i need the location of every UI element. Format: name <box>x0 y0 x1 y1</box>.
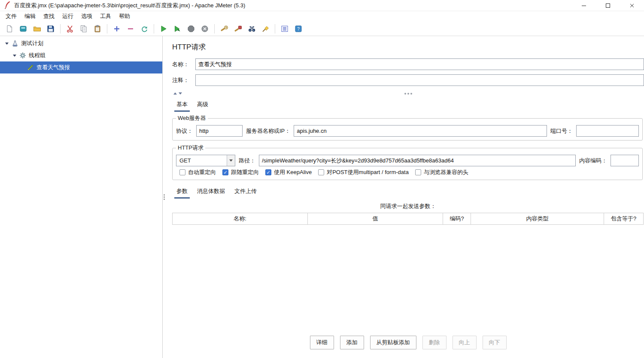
help-icon: ? <box>295 25 302 33</box>
minimize-button[interactable] <box>572 0 596 11</box>
column-header-value: 值 <box>308 213 443 225</box>
detail-button[interactable]: 详细 <box>310 336 334 349</box>
checkbox-box-icon <box>415 169 421 175</box>
comment-input[interactable] <box>195 74 644 86</box>
chevron-down-icon[interactable] <box>227 155 235 166</box>
menu-edit[interactable]: 编辑 <box>21 11 39 21</box>
tab-basic[interactable]: 基本 <box>172 98 192 112</box>
path-input[interactable] <box>259 155 576 166</box>
tree-node-http-sampler[interactable]: 查看天气预报 <box>0 61 162 73</box>
toggle-icon <box>140 25 148 33</box>
maximize-icon <box>605 3 611 8</box>
start-no-pauses-button[interactable] <box>170 23 184 35</box>
expand-all-icon <box>113 25 120 32</box>
cut-button[interactable] <box>63 23 77 35</box>
tab-parameters[interactable]: 参数 <box>172 184 192 199</box>
help-button[interactable]: ? <box>292 23 305 35</box>
search-icon <box>248 25 256 33</box>
toolbar: ? <box>0 21 644 36</box>
shutdown-icon <box>201 25 209 33</box>
collapse-arrow-icon[interactable] <box>13 55 16 57</box>
copy-button[interactable] <box>77 23 91 35</box>
menu-bar: 文件 编辑 查找 运行 选项 工具 帮助 <box>0 11 644 21</box>
checkbox-browser-compatible-headers[interactable]: 与浏览器兼容的头 <box>415 168 468 176</box>
move-up-button[interactable]: 向上 <box>453 336 477 349</box>
menu-run[interactable]: 运行 <box>58 11 77 21</box>
collapse-all-button[interactable] <box>124 23 137 35</box>
templates-icon <box>19 25 27 33</box>
svg-text:?: ? <box>297 27 300 31</box>
toolbar-separator <box>60 24 61 34</box>
params-table-body[interactable] <box>172 225 644 336</box>
search-button[interactable] <box>245 23 258 35</box>
tree-node-thread-group[interactable]: 线程组 <box>0 49 162 61</box>
menu-options[interactable]: 选项 <box>77 11 96 21</box>
port-input[interactable] <box>576 125 639 137</box>
start-button[interactable] <box>157 23 170 35</box>
paste-icon <box>94 25 101 33</box>
shutdown-button[interactable] <box>198 23 212 35</box>
http-request-group: HTTP请求 GET 路径： 内容编码： 自动重定向 跟随重定向 <box>172 144 643 180</box>
templates-button[interactable] <box>16 23 30 35</box>
paste-button[interactable] <box>91 23 104 35</box>
close-icon <box>629 3 635 8</box>
stop-button[interactable] <box>184 23 198 35</box>
editor-splitter[interactable] <box>172 90 644 97</box>
splitter-down-icon[interactable] <box>179 92 182 95</box>
new-file-button[interactable] <box>3 23 16 35</box>
params-button-row: 详细 添加 从剪贴板添加 删除 向上 向下 <box>172 336 644 349</box>
splitter-handle-dots <box>407 93 409 95</box>
open-button[interactable] <box>30 23 44 35</box>
toggle-button[interactable] <box>137 23 151 35</box>
tab-files-upload[interactable]: 文件上传 <box>230 184 261 199</box>
protocol-input[interactable] <box>196 125 243 137</box>
http-request-editor: HTTP请求 名称： 注释： 基本 高级 Web服务器 协议： 服务器名称或IP… <box>166 36 644 358</box>
tree-node-test-plan[interactable]: 测试计划 <box>0 37 162 49</box>
tab-body-data[interactable]: 消息体数据 <box>193 184 229 199</box>
add-button[interactable]: 添加 <box>340 336 364 349</box>
checkbox-box-icon <box>222 169 228 175</box>
checkbox-multipart[interactable]: 对POST使用multipart / form-data <box>318 168 409 176</box>
encoding-input[interactable] <box>611 155 639 166</box>
params-caption: 同请求一起发送参数： <box>172 202 644 210</box>
remote-start-all-button[interactable] <box>217 23 231 35</box>
name-input[interactable] <box>195 58 644 70</box>
collapse-all-icon <box>127 25 134 32</box>
close-button[interactable] <box>620 0 644 11</box>
splitter-up-icon[interactable] <box>173 92 177 95</box>
add-from-clipboard-button[interactable]: 从剪贴板添加 <box>370 336 416 349</box>
function-helper-button[interactable] <box>278 23 292 35</box>
clear-all-button[interactable] <box>258 23 272 35</box>
save-button[interactable] <box>44 23 58 35</box>
expand-all-button[interactable] <box>110 23 124 35</box>
checkbox-follow-redirects[interactable]: 跟随重定向 <box>222 168 259 176</box>
start-no-pauses-icon <box>173 25 181 33</box>
params-table-header-row: 名称: 值 编码? 内容类型 包含等于? <box>173 213 644 225</box>
tab-advanced[interactable]: 高级 <box>193 98 213 112</box>
menu-help[interactable]: 帮助 <box>115 11 134 21</box>
method-select[interactable]: GET <box>176 155 235 166</box>
minimize-icon <box>581 3 586 8</box>
comment-label: 注释： <box>172 76 195 84</box>
menu-file[interactable]: 文件 <box>2 11 21 21</box>
move-down-button[interactable]: 向下 <box>483 336 507 349</box>
checkbox-auto-redirect[interactable]: 自动重定向 <box>179 168 216 176</box>
collapse-arrow-icon[interactable] <box>5 43 9 45</box>
checkbox-keepalive[interactable]: 使用 KeepAlive <box>265 168 312 176</box>
server-input[interactable] <box>294 125 547 137</box>
new-file-icon <box>6 25 13 33</box>
page-title: HTTP请求 <box>172 42 644 52</box>
copy-icon <box>80 25 88 33</box>
params-table: 名称: 值 编码? 内容类型 包含等于? <box>172 213 644 225</box>
tree-splitter[interactable] <box>162 36 166 358</box>
maximize-button[interactable] <box>596 0 620 11</box>
protocol-label: 协议： <box>176 127 193 135</box>
encoding-label: 内容编码： <box>579 157 607 165</box>
remote-stop-all-icon <box>234 25 242 33</box>
menu-tools[interactable]: 工具 <box>96 11 115 21</box>
menu-search[interactable]: 查找 <box>39 11 58 21</box>
save-icon <box>47 25 55 33</box>
http-request-legend: HTTP请求 <box>176 144 205 152</box>
delete-button[interactable]: 删除 <box>422 336 447 349</box>
remote-stop-all-button[interactable] <box>231 23 245 35</box>
